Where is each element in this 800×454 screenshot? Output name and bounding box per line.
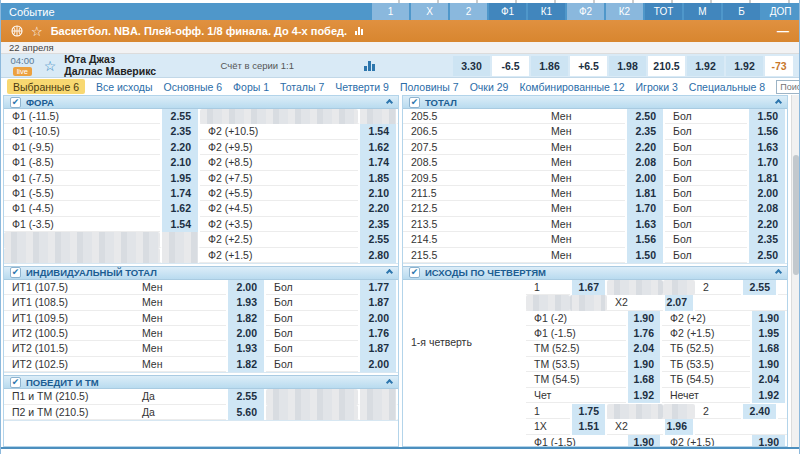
match-statistics-icon[interactable] (364, 61, 375, 71)
odds-cell[interactable] (160, 248, 200, 263)
section-checkbox[interactable]: ✔ (409, 267, 420, 278)
odds-cell[interactable] (358, 389, 398, 404)
odds-cell[interactable] (358, 405, 398, 420)
odds-cell[interactable]: 1.63 (625, 217, 665, 232)
odds-cell[interactable]: 1.81 (625, 186, 665, 201)
odds-cell[interactable]: 2.00 (226, 326, 266, 341)
scrollbar-thumb[interactable] (793, 155, 799, 275)
search-input[interactable] (776, 80, 799, 94)
odds-cell[interactable]: 2.55 (741, 280, 778, 295)
market-tab[interactable]: Половины 7 (400, 81, 459, 93)
odds-cell[interactable]: 1.76 (358, 326, 398, 341)
market-tab[interactable]: Форы 1 (233, 81, 269, 93)
odds-cell[interactable]: 1.62 (160, 201, 200, 216)
odds-cell[interactable]: 1.87 (358, 341, 398, 356)
vertical-scrollbar[interactable] (791, 95, 799, 447)
market-tab[interactable]: Четверти 9 (335, 81, 389, 93)
odds-cell[interactable]: 1.95 (750, 326, 787, 341)
collapse-banner-button[interactable]: — (777, 24, 789, 38)
odds-cell[interactable]: 1.62 (358, 140, 398, 155)
column-header[interactable]: X (411, 3, 448, 20)
column-header[interactable]: Ф1 (489, 3, 526, 20)
team-names[interactable]: Юта Джаз Даллас Маверикс (64, 54, 208, 77)
odds-cell[interactable]: 2.35 (747, 232, 787, 247)
odds-cell[interactable]: 1.54 (160, 217, 200, 232)
odds-cell[interactable]: 2.20 (625, 140, 665, 155)
odds-cell[interactable] (570, 295, 607, 310)
column-header[interactable]: Ф2 (567, 3, 604, 20)
odds-cell[interactable]: 1.81 (747, 171, 787, 186)
odds-cell[interactable]: 1.67 (570, 280, 607, 295)
chevron-up-icon[interactable] (386, 98, 393, 105)
odds-cell[interactable]: 2.40 (741, 404, 778, 419)
odds-cell[interactable]: 1.92 (750, 388, 787, 403)
column-header[interactable]: ТОТ (645, 3, 682, 20)
league-banner[interactable]: ☆ Баскетбол. NBA. Плей-офф. 1/8 финала. … (1, 20, 799, 42)
odds-cell[interactable]: 2.00 (747, 186, 787, 201)
column-header[interactable]: К2 (606, 3, 643, 20)
market-tab[interactable]: Тоталы 7 (280, 81, 324, 93)
odds-cell[interactable] (663, 280, 695, 295)
section-checkbox[interactable]: ✔ (10, 377, 21, 388)
odds-cell[interactable]: 1.50 (747, 109, 787, 124)
team1-name[interactable]: Юта Джаз (64, 54, 208, 66)
team2-name[interactable]: Даллас Маверикс (64, 66, 208, 78)
odds-cell[interactable]: 2.08 (747, 201, 787, 216)
section-checkbox[interactable]: ✔ (409, 97, 420, 108)
market-tab[interactable]: Комбинированные 12 (519, 81, 624, 93)
odds-cell[interactable] (414, 56, 451, 76)
odds-cell[interactable]: 2.00 (358, 357, 398, 372)
odds-cell[interactable]: 1.93 (226, 341, 266, 356)
odds-cell[interactable]: 1.70 (747, 155, 787, 170)
column-header[interactable]: ДОП (762, 3, 799, 20)
odds-cell[interactable]: 1.56 (625, 232, 665, 247)
odds-cell[interactable]: 1.98 (609, 56, 646, 76)
favorite-star-icon[interactable]: ☆ (31, 25, 43, 38)
odds-cell[interactable]: 1.74 (358, 155, 398, 170)
odds-cell[interactable]: 2.55 (358, 232, 398, 247)
odds-cell[interactable]: 1.68 (750, 341, 787, 356)
odds-cell[interactable]: 1.90 (626, 357, 662, 372)
odds-cell[interactable]: 1.70 (625, 201, 665, 216)
odds-cell[interactable]: 1.63 (747, 140, 787, 155)
odds-cell[interactable]: 1.90 (626, 435, 662, 447)
odds-cell[interactable]: -6.5 (492, 56, 529, 76)
odds-cell[interactable] (375, 56, 412, 76)
market-tab[interactable]: Основные 6 (164, 81, 223, 93)
odds-cell[interactable]: +6.5 (570, 56, 607, 76)
odds-cell[interactable]: 1.82 (226, 357, 266, 372)
odds-cell[interactable]: 1.95 (160, 171, 200, 186)
odds-cell[interactable] (358, 109, 398, 124)
odds-cell[interactable]: 2.20 (747, 217, 787, 232)
odds-cell[interactable] (741, 295, 778, 310)
odds-cell[interactable]: 1.82 (226, 311, 266, 326)
odds-cell[interactable]: 1.54 (358, 124, 398, 139)
odds-cell[interactable]: 1.51 (570, 419, 607, 434)
column-header[interactable]: К1 (528, 3, 565, 20)
odds-cell[interactable]: 1.85 (358, 171, 398, 186)
odds-cell[interactable] (741, 419, 778, 434)
odds-cell[interactable]: 2.55 (160, 109, 200, 124)
odds-cell[interactable]: 2.10 (358, 186, 398, 201)
odds-cell[interactable]: 2.00 (625, 171, 665, 186)
favorite-star-icon[interactable]: ☆ (44, 58, 57, 74)
odds-cell[interactable]: 2.35 (358, 217, 398, 232)
odds-cell[interactable]: 3.30 (453, 56, 490, 76)
section-checkbox[interactable]: ✔ (10, 267, 21, 278)
odds-cell[interactable]: 1.87 (358, 295, 398, 310)
odds-cell[interactable]: 2.04 (750, 372, 787, 387)
odds-cell[interactable]: 2.07 (663, 295, 695, 310)
odds-cell[interactable]: 2.80 (358, 248, 398, 263)
market-tab[interactable]: Игроки 3 (636, 81, 678, 93)
odds-cell[interactable]: 1.86 (531, 56, 568, 76)
odds-cell[interactable]: 1.77 (358, 280, 398, 295)
statistics-icon[interactable] (355, 27, 363, 35)
odds-cell[interactable]: 2.04 (626, 341, 662, 356)
chevron-up-icon[interactable] (386, 269, 393, 276)
odds-cell[interactable]: 1.90 (750, 435, 787, 447)
odds-cell[interactable]: 2.10 (160, 155, 200, 170)
odds-cell[interactable]: 1.92 (626, 388, 662, 403)
market-tab[interactable]: Очки 29 (470, 81, 509, 93)
odds-cell[interactable]: 1.50 (625, 248, 665, 263)
odds-cell[interactable]: 1.93 (226, 295, 266, 310)
